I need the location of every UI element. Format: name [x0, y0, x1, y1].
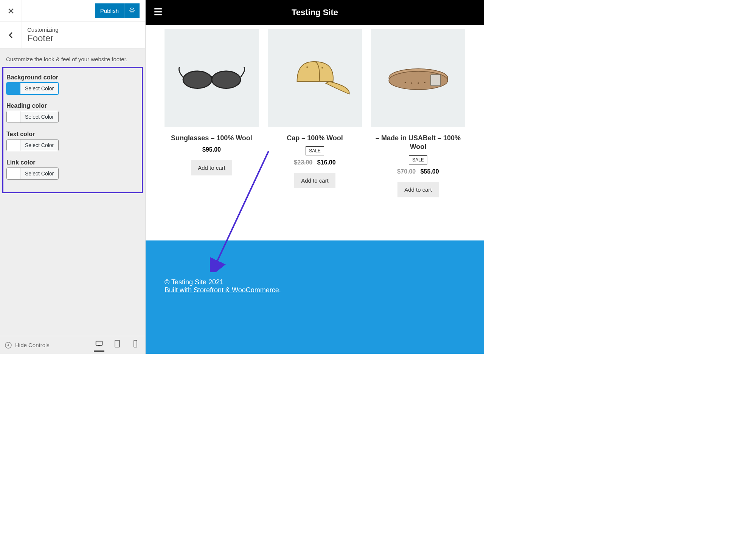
product-image [165, 29, 259, 127]
select-color-button[interactable]: Select Color [20, 83, 58, 94]
annotation-highlight: Background color Select Color Heading co… [2, 67, 143, 193]
tablet-icon [113, 340, 121, 347]
svg-point-7 [212, 71, 241, 88]
product-title: Cap – 100% Wool [268, 134, 362, 143]
customizer-sidebar: Publish Customizing Footer Customize the… [0, 0, 146, 354]
close-button[interactable] [0, 0, 22, 22]
svg-rect-12 [430, 74, 440, 85]
product-image [371, 29, 465, 127]
menu-button[interactable] [153, 7, 163, 18]
product-prices: $23.00 $16.00 [268, 159, 362, 166]
hide-controls-label: Hide Controls [15, 342, 50, 348]
svg-rect-2 [96, 341, 102, 345]
svg-point-13 [404, 82, 405, 83]
close-icon [7, 7, 15, 15]
sunglasses-illustration-icon [176, 51, 248, 104]
old-price: $70.00 [397, 168, 416, 175]
control-label: Text color [6, 131, 139, 138]
hamburger-icon [153, 7, 163, 17]
site-footer: © Testing Site 2021 Built with Storefron… [146, 240, 484, 354]
customizing-label: Customizing [27, 26, 59, 33]
desktop-icon [95, 340, 103, 347]
publish-settings-button[interactable] [124, 3, 140, 18]
back-button[interactable] [0, 22, 22, 48]
product-card[interactable]: Cap – 100% Wool SALE $23.00 $16.00 Add t… [268, 29, 362, 188]
belt-illustration-icon [382, 51, 454, 104]
site-title[interactable]: Testing Site [292, 8, 338, 17]
current-price: $16.00 [317, 159, 336, 166]
publish-button[interactable]: Publish [95, 3, 124, 18]
product-card[interactable]: – Made in USABelt – 100% Wool SALE $70.0… [371, 29, 465, 197]
collapse-icon [5, 341, 12, 349]
customizer-top-bar: Publish [0, 0, 145, 22]
control-label: Background color [6, 74, 139, 81]
footer-built-with-link[interactable]: Built with Storefront & WooCommerce [165, 286, 279, 294]
mobile-preview-button[interactable] [130, 338, 141, 352]
footer-copyright: © Testing Site 2021 [165, 278, 465, 286]
current-price: $55.00 [421, 168, 439, 175]
background-color-control: Background color Select Color [6, 74, 139, 96]
gear-icon [128, 6, 136, 14]
color-picker[interactable]: Select Color [6, 111, 59, 123]
control-label: Link color [6, 159, 139, 166]
section-description: Customize the look & feel of your websit… [0, 48, 145, 67]
product-prices: $70.00 $55.00 [371, 168, 465, 175]
site-preview: Testing Site Sunglasses – 100% Wool $95.… [146, 0, 484, 354]
heading-color-control: Heading color Select Color [6, 102, 139, 124]
mobile-icon [132, 340, 139, 347]
color-picker[interactable]: Select Color [6, 167, 59, 180]
sale-badge: SALE [409, 155, 427, 164]
section-header: Customizing Footer [0, 22, 145, 48]
add-to-cart-button[interactable]: Add to cart [397, 182, 439, 197]
color-swatch-icon [7, 140, 20, 151]
customizer-footer: Hide Controls [0, 336, 145, 354]
add-to-cart-button[interactable]: Add to cart [294, 173, 335, 188]
svg-rect-4 [115, 340, 120, 347]
site-header: Testing Site [146, 0, 484, 25]
add-to-cart-button[interactable]: Add to cart [191, 160, 232, 175]
svg-point-0 [131, 9, 133, 11]
svg-point-6 [183, 71, 212, 88]
section-title: Footer [27, 33, 59, 43]
select-color-button[interactable]: Select Color [20, 168, 58, 179]
svg-point-15 [418, 82, 419, 84]
svg-point-8 [306, 67, 308, 68]
color-swatch-icon [7, 168, 20, 179]
cap-illustration-icon [279, 51, 351, 104]
product-price: $95.00 [165, 146, 259, 153]
hide-controls-button[interactable]: Hide Controls [5, 341, 50, 349]
svg-point-9 [321, 67, 323, 69]
select-color-button[interactable]: Select Color [20, 140, 58, 151]
product-title: – Made in USABelt – 100% Wool [371, 134, 465, 152]
device-toggles [94, 338, 141, 352]
footer-trailing: . [279, 286, 281, 294]
product-card[interactable]: Sunglasses – 100% Wool $95.00 Add to car… [165, 29, 259, 175]
link-color-control: Link color Select Color [6, 159, 139, 181]
old-price: $23.00 [294, 159, 312, 166]
select-color-button[interactable]: Select Color [20, 111, 58, 123]
control-label: Heading color [6, 102, 139, 109]
sale-badge: SALE [306, 146, 324, 155]
text-color-control: Text color Select Color [6, 131, 139, 152]
product-title: Sunglasses – 100% Wool [165, 134, 259, 143]
chevron-left-icon [7, 31, 15, 39]
color-picker[interactable]: Select Color [6, 82, 59, 95]
tablet-preview-button[interactable] [112, 338, 123, 352]
color-swatch-icon [7, 111, 20, 123]
color-picker[interactable]: Select Color [6, 139, 59, 151]
color-swatch-icon [7, 83, 20, 94]
product-image [268, 29, 362, 127]
svg-rect-3 [98, 345, 101, 346]
svg-point-16 [424, 82, 425, 83]
svg-rect-5 [134, 340, 137, 347]
svg-point-14 [411, 82, 412, 84]
product-grid: Sunglasses – 100% Wool $95.00 Add to car… [146, 25, 484, 240]
desktop-preview-button[interactable] [94, 338, 104, 352]
